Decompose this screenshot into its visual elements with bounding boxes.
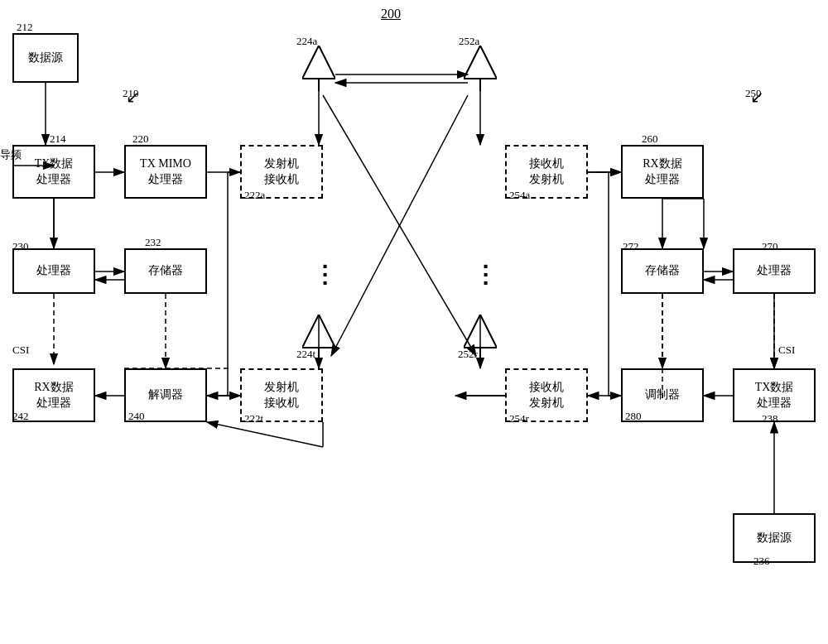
ref-260: 260 xyxy=(642,132,658,146)
ref-232: 232 xyxy=(145,236,161,249)
ref-280: 280 xyxy=(625,410,642,423)
ref-270: 270 xyxy=(762,240,778,253)
svg-marker-0 xyxy=(302,46,335,79)
antenna-224a xyxy=(302,46,335,91)
label-252a: 252a xyxy=(459,35,479,48)
antenna-252a xyxy=(464,46,497,91)
ref-272: 272 xyxy=(623,240,639,253)
ref-220: 220 xyxy=(132,132,149,146)
data-source-left: 数据源 xyxy=(12,33,79,83)
tx-mimo-proc: TX MIMO处理器 xyxy=(124,145,207,199)
ref-212: 212 xyxy=(17,21,33,34)
ref-214: 214 xyxy=(50,132,66,146)
csi-right-label: CSI xyxy=(778,344,795,357)
csi-left-label: CSI xyxy=(12,344,29,357)
svg-marker-6 xyxy=(464,315,497,348)
svg-line-43 xyxy=(207,422,323,447)
label-252r: 252r xyxy=(458,348,478,361)
svg-line-27 xyxy=(331,95,468,356)
svg-marker-2 xyxy=(464,46,497,79)
figure-title: 200 xyxy=(381,7,401,22)
rx-data-proc-right: RX数据处理器 xyxy=(621,145,704,199)
diagram-container: 200 210 ↙ 250 ↙ 数据源 212 TX数据处理器 214 TX M… xyxy=(0,0,828,644)
right-arrow-label: ↙ xyxy=(750,87,764,107)
svg-marker-4 xyxy=(302,315,335,348)
ref-236: 236 xyxy=(753,555,770,568)
left-arrow-label: ↙ xyxy=(126,87,140,107)
label-224t: 224t xyxy=(296,348,315,361)
ref-254r: 254r xyxy=(509,412,529,425)
processor-left: 处理器 xyxy=(12,248,95,294)
storage-right: 存储器 xyxy=(621,248,704,294)
label-224a: 224a xyxy=(296,35,317,48)
pilot-label: 导频 xyxy=(0,147,22,162)
ref-238: 238 xyxy=(762,412,778,425)
storage-left: 存储器 xyxy=(124,248,207,294)
ref-254a: 254a xyxy=(509,189,530,202)
tx-data-proc: TX数据处理器 xyxy=(12,145,95,199)
svg-line-26 xyxy=(323,95,476,356)
ref-242: 242 xyxy=(12,410,29,423)
dots-right: ⋮ xyxy=(474,261,497,288)
dots-left: ⋮ xyxy=(313,261,336,288)
ref-230: 230 xyxy=(12,240,29,253)
ref-240: 240 xyxy=(128,410,145,423)
ref-222t: 222t xyxy=(244,412,263,425)
processor-right: 处理器 xyxy=(733,248,816,294)
ref-222a: 222a xyxy=(244,189,265,202)
data-source-right: 数据源 xyxy=(733,513,816,563)
